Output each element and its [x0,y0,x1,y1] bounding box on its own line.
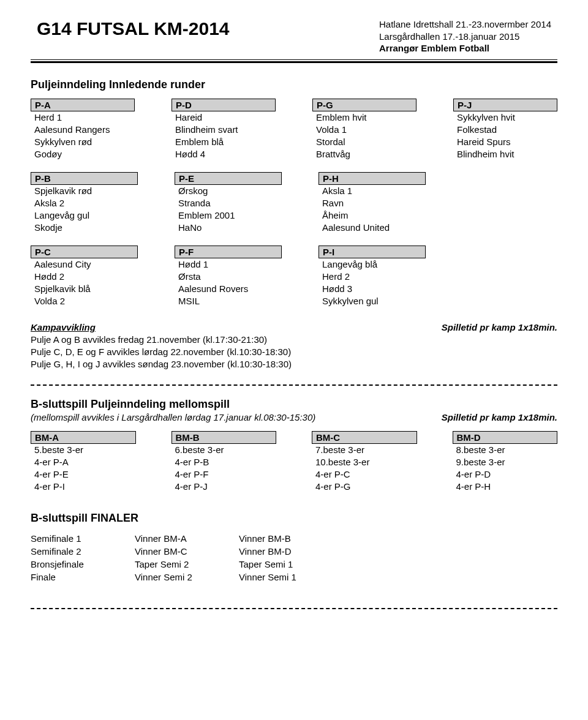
group-box: BM-A5.beste 3-er4-er P-A4-er P-E4-er P-I [31,431,136,493]
group-item: Hareid [172,111,276,124]
finale-cell: Taper Semi 2 [135,558,239,571]
group-box: P-HAksla 1RavnÅheimAalesund United [318,172,426,234]
group-item: 4-er P-B [172,456,277,468]
group-item: 4-er P-E [31,468,136,481]
group-box: P-JSykkylven hvitFolkestadHareid SpursBl… [453,99,557,161]
section1-title: Puljeinndeling Innledende runder [31,78,557,91]
finale-row: Semifinale 2Vinner BM-CVinner BM-D [31,545,557,558]
group-item: Sykkylven rød [31,136,135,148]
finale-cell: Vinner BM-B [239,532,343,545]
finale-row: BronsjefinaleTaper Semi 2Taper Semi 1 [31,558,557,571]
group-item: 4-er P-D [453,468,558,481]
group-item: Aksla 2 [31,197,138,209]
section2-subtitle: (mellomspill avvikles i Larsgårdhallen l… [31,412,315,422]
group-item: Emblem 2001 [175,209,282,222]
group-item: 4-er P-C [312,468,417,481]
kamp-line: Pulje C, D, E og F avvikles lørdag 22.no… [31,346,557,358]
group-box: P-CAalesund CityHødd 2Spjelkavik blåVold… [31,246,138,308]
section2-note: Spilletid pr kamp 1x18min. [442,412,557,422]
group-item: Hødd 1 [175,258,282,271]
group-item: Folkestad [453,124,557,136]
group-box: BM-D8.beste 3-er9.beste 3-er4-er P-D4-er… [453,431,558,493]
group-item: 8.beste 3-er [453,444,558,456]
kamp-line: Pulje G, H, I og J avvikles søndag 23.no… [31,358,557,370]
group-item: Langevåg blå [318,258,426,271]
group-item: Hødd 4 [172,148,276,160]
section2-title: B-sluttspill Puljeinndeling mellomspill [31,398,315,411]
finale-cell: Vinner BM-A [135,532,239,545]
header-organizer: Arrangør Emblem Fotball [379,42,551,54]
kamp-note: Spilletid pr kamp 1x18min. [442,321,557,334]
separator [31,384,557,386]
group-box: P-GEmblem hvitVolda 1StordalBrattvåg [312,99,417,161]
header-info: Hatlane Idrettshall 21.-23.novermber 201… [379,18,557,54]
group-item: Emblem hvit [312,111,417,124]
group-header: P-F [175,246,282,258]
group-item: Skodje [31,222,138,234]
page-header: G14 FUTSAL KM-2014 Hatlane Idrettshall 2… [31,18,557,60]
group-item: Blindheim svart [172,124,276,136]
group-item: 7.beste 3-er [312,444,417,456]
page-title: G14 FUTSAL KM-2014 [31,18,230,39]
header-line1: Hatlane Idrettshall 21.-23.novermber 201… [379,18,551,31]
group-item: HaNo [175,222,282,234]
group-header: P-G [312,99,417,111]
group-header: BM-C [312,431,417,444]
group-item: Sykkylven gul [318,295,426,307]
group-item: Hødd 3 [318,283,426,295]
finale-cell: Bronsjefinale [31,558,135,571]
finale-cell: Vinner BM-C [135,545,239,558]
group-header: BM-D [453,431,558,444]
group-box: P-ILangevåg blåHerd 2Hødd 3Sykkylven gul [318,246,426,308]
group-item: Ravn [318,197,426,209]
group-row: P-AHerd 1Aalesund RangersSykkylven rødGo… [31,99,557,161]
finale-cell: Semifinale 2 [31,545,135,558]
group-item: Herd 2 [318,271,426,283]
group-item: Sykkylven hvit [453,111,557,124]
group-header: P-E [175,172,282,185]
group-item: Volda 2 [31,295,138,307]
group-box: P-FHødd 1ØrstaAalesund RoversMSIL [175,246,282,308]
group-header: BM-B [172,431,277,444]
group-item: 4-er P-A [31,456,136,468]
group-item: Herd 1 [31,111,135,124]
kamp-line: Pulje A og B avvikles fredag 21.november… [31,334,557,346]
group-header: P-A [31,99,135,111]
group-item: 5.beste 3-er [31,444,136,456]
group-item: 4-er P-G [312,481,417,493]
group-item: Aalesund Rangers [31,124,135,136]
group-header: P-I [318,246,426,258]
group-box: BM-C7.beste 3-er10.beste 3-er4-er P-C4-e… [312,431,417,493]
group-item: Hareid Spurs [453,136,557,148]
group-item: MSIL [175,295,282,307]
group-item: Stordal [312,136,417,148]
group-box: P-AHerd 1Aalesund RangersSykkylven rødGo… [31,99,135,161]
group-item: Aalesund Rovers [175,283,282,295]
section3-title: B-sluttspill FINALER [31,512,557,525]
group-item: 10.beste 3-er [312,456,417,468]
group-header: P-C [31,246,138,258]
group-item: Spjelkavik blå [31,283,138,295]
group-item: Spjelkavik rød [31,185,138,197]
group-box: P-BSpjelkavik rødAksla 2Langevåg gulSkod… [31,172,138,234]
group-item: Brattvåg [312,148,417,160]
finale-cell: Vinner Semi 2 [135,571,239,583]
group-box: P-EØrskogStrandaEmblem 2001HaNo [175,172,282,234]
group-item: 4-er P-F [172,468,277,481]
finale-cell: Finale [31,571,135,583]
finale-cell: Vinner BM-D [239,545,343,558]
header-line2: Larsgårdhallen 17.-18.januar 2015 [379,31,551,43]
group-item: Aksla 1 [318,185,426,197]
group-item: Langevåg gul [31,209,138,222]
group-box: P-DHareidBlindheim svartEmblem blåHødd 4 [172,99,276,161]
group-item: 9.beste 3-er [453,456,558,468]
group-item: Ørskog [175,185,282,197]
kampavvikling-block: Kampavvikling Spilletid pr kamp 1x18min.… [31,321,557,371]
group-item: 4-er P-H [453,481,558,493]
group-header: BM-A [31,431,136,444]
group-box: BM-B6.beste 3-er4-er P-B4-er P-F4-er P-J [172,431,277,493]
group-item: 6.beste 3-er [172,444,277,456]
group-item: Stranda [175,197,282,209]
group-row: P-BSpjelkavik rødAksla 2Langevåg gulSkod… [31,172,557,234]
section2-header: B-sluttspill Puljeinndeling mellomspill … [31,398,557,422]
